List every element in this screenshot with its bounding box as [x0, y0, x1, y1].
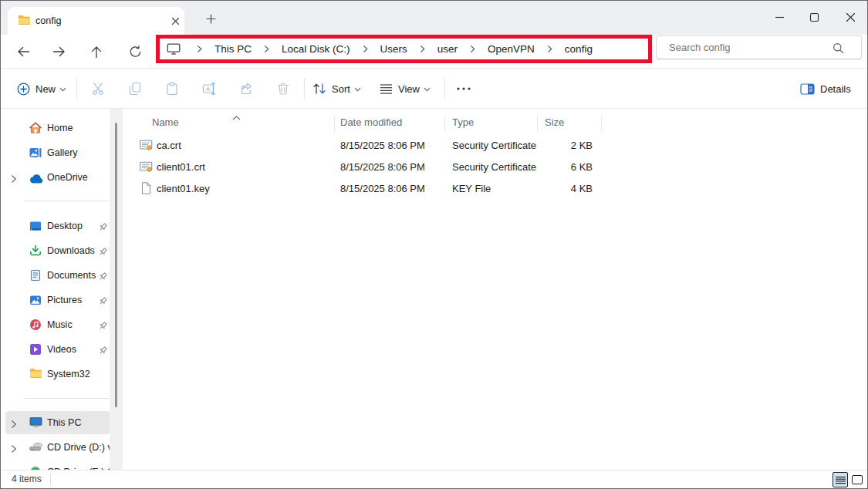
rename-button[interactable]: A [195, 69, 223, 108]
chevron-right-icon [197, 45, 202, 53]
window-close-button[interactable] [833, 1, 868, 33]
chevron-right-icon [470, 45, 475, 53]
back-button[interactable] [11, 39, 35, 64]
breadcrumb-users[interactable]: Users [380, 43, 407, 55]
documents-icon [29, 269, 42, 285]
sort-icon [312, 83, 326, 95]
tab-close-icon[interactable] [166, 12, 184, 30]
file-row-client01-key[interactable]: client01.key 8/15/2025 8:06 PM KEY File … [124, 177, 866, 199]
sidebar-item-downloads[interactable]: Downloads [1, 238, 124, 263]
sidebar-item-videos[interactable]: Videos [1, 337, 124, 362]
chevron-expand-icon[interactable] [11, 173, 17, 187]
chevron-down-icon [354, 87, 361, 92]
desktop-icon [29, 220, 42, 235]
cut-button[interactable] [84, 69, 112, 108]
sort-ascending-icon [232, 110, 241, 123]
breadcrumb-user[interactable]: user [437, 43, 458, 55]
plus-circle-icon [17, 83, 30, 96]
sidebar-item-onedrive[interactable]: OneDrive [1, 165, 124, 190]
home-icon [29, 122, 42, 137]
file-name: ca.crt [157, 140, 181, 151]
delete-button[interactable] [269, 69, 297, 108]
share-button[interactable] [232, 69, 260, 108]
breadcrumb-local-disk[interactable]: Local Disk (C:) [282, 43, 350, 55]
onedrive-icon [29, 173, 43, 187]
search-icon [833, 42, 844, 57]
file-list: Name Date modified Type Size ca.crt 8/15… [124, 109, 866, 470]
sidebar-scrollbar[interactable] [110, 109, 123, 471]
computer-icon [167, 43, 181, 55]
file-type: KEY File [452, 183, 491, 194]
key-file-icon [140, 182, 153, 197]
certificate-file-icon [140, 139, 153, 154]
tab-title: config [35, 15, 61, 26]
sidebar-separator [24, 398, 109, 399]
file-date: 8/15/2025 8:06 PM [340, 161, 425, 173]
chevron-expand-icon[interactable] [11, 443, 17, 457]
sidebar-item-gallery[interactable]: Gallery [1, 140, 124, 165]
address-bar[interactable]: This PC Local Disk (C:) Users user OpenV… [160, 39, 648, 59]
pin-icon [98, 221, 108, 235]
sidebar-scrollbar-thumb[interactable] [115, 123, 117, 407]
sidebar-item-desktop[interactable]: Desktop [1, 214, 124, 238]
refresh-button[interactable] [123, 39, 147, 64]
pictures-icon [29, 294, 42, 309]
view-button[interactable]: View [380, 69, 431, 108]
sort-button[interactable]: Sort [312, 69, 361, 108]
tab-config[interactable]: config [8, 7, 184, 35]
folder-icon [18, 15, 31, 29]
details-pane-button[interactable]: Details [800, 69, 855, 108]
column-header-type[interactable]: Type [452, 116, 474, 128]
details-view-toggle[interactable] [833, 472, 848, 487]
sidebar-item-pictures[interactable]: Pictures [1, 288, 124, 312]
breadcrumb-openvpn[interactable]: OpenVPN [488, 43, 535, 55]
navigation-pane: Home Gallery OneDrive Desktop Downloads … [1, 109, 124, 471]
thumbnail-view-toggle[interactable] [852, 475, 863, 484]
pin-icon [98, 295, 108, 309]
new-label: New [35, 83, 56, 95]
details-pane-icon [800, 83, 815, 95]
sidebar-item-this-pc[interactable]: This PC [1, 410, 124, 435]
chevron-right-icon [420, 45, 425, 53]
sidebar-item-home[interactable]: Home [1, 116, 124, 140]
search-box[interactable]: Search config [656, 35, 862, 59]
command-toolbar: New A Sort View [1, 69, 867, 109]
column-header-name[interactable]: Name [152, 116, 179, 128]
column-header-date[interactable]: Date modified [340, 116, 402, 128]
paste-button[interactable] [158, 69, 186, 108]
status-separator [50, 474, 51, 485]
sidebar-item-system32[interactable]: System32 [1, 362, 124, 386]
column-header-size[interactable]: Size [545, 116, 564, 128]
new-button[interactable]: New [17, 69, 66, 108]
copy-button[interactable] [121, 69, 149, 108]
search-placeholder: Search config [669, 42, 731, 53]
forward-button[interactable] [46, 39, 71, 64]
status-bar: 4 items [1, 470, 867, 488]
new-tab-button[interactable] [200, 8, 221, 29]
maximize-button[interactable] [796, 1, 832, 33]
breadcrumb-config[interactable]: config [565, 43, 593, 55]
this-pc-icon [29, 416, 42, 431]
file-explorer-window: config [0, 0, 868, 489]
file-row-ca-crt[interactable]: ca.crt 8/15/2025 8:06 PM Security Certif… [124, 134, 866, 156]
view-label: View [398, 83, 420, 95]
chevron-right-icon [264, 45, 269, 53]
cd-drive-icon [29, 441, 43, 455]
sidebar-item-documents[interactable]: Documents [1, 263, 124, 288]
videos-icon [29, 343, 42, 359]
minimize-button[interactable] [762, 1, 797, 33]
sidebar-item-cd-drive-d[interactable]: CD Drive (D:) vir [1, 435, 124, 460]
gallery-icon [29, 147, 42, 162]
chevron-expand-icon[interactable] [11, 418, 17, 432]
navigation-bar: This PC Local Disk (C:) Users user OpenV… [1, 35, 867, 69]
view-icon [380, 83, 393, 95]
sidebar-item-music[interactable]: Music [1, 312, 124, 337]
more-options-button[interactable] [450, 69, 478, 108]
up-button[interactable] [84, 39, 109, 64]
file-row-client01-crt[interactable]: client01.crt 8/15/2025 8:06 PM Security … [124, 156, 866, 177]
file-date: 8/15/2025 8:06 PM [340, 183, 425, 194]
pin-icon [98, 320, 108, 334]
file-size: 6 KB [537, 161, 593, 173]
downloads-icon [29, 244, 42, 260]
breadcrumb-this-pc[interactable]: This PC [214, 43, 252, 55]
